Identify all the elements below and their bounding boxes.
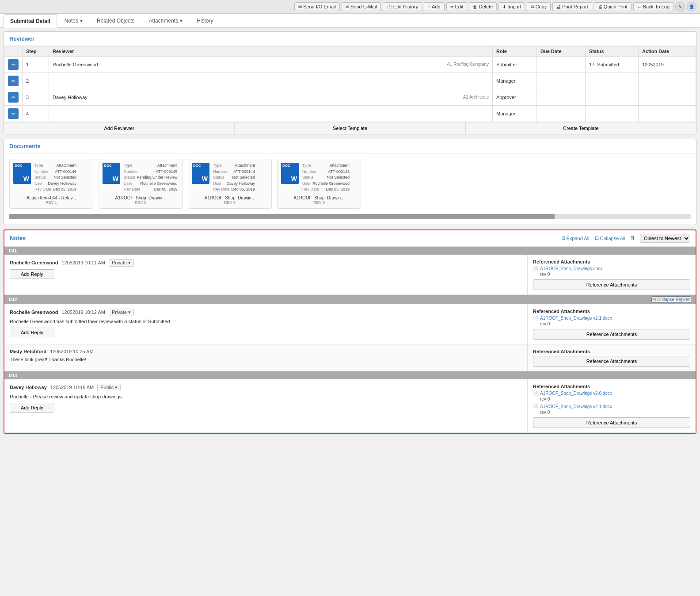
expand-all-button[interactable]: ⊞ Expand All [561,235,590,241]
row3-step: 3 [23,89,49,106]
collapse-all-button[interactable]: ⊟ Collapse All [595,235,625,241]
trash-icon: 🗑 [473,4,477,9]
add-reply-button-003[interactable]: Add Reply [10,403,54,413]
row2-reviewer [49,73,493,89]
doc-card-3[interactable]: DOC TypeAttachment NumberATT-000143 Stat… [277,159,361,209]
copy-button[interactable]: ⧉ Copy [527,2,551,11]
edit-button[interactable]: ✏ Edit [446,2,468,11]
edit-history-button[interactable]: 🕐 Edit History [383,2,422,11]
col-reviewer: Reviewer [49,46,493,57]
privacy-dropdown-003[interactable]: Public ▾ [97,384,121,391]
row3-edit-button[interactable]: ✏ [8,92,19,103]
row4-role: Manager [493,106,537,122]
notes-controls: ⊞ Expand All ⊟ Collapse All ⇅ Oldest to … [561,234,690,243]
note-bar-003: 003 [4,371,696,379]
add-reply-button-002[interactable]: Add Reply [10,328,54,337]
doc-meta-2: TypeAttachment NumberATT-000144 StatusNo… [213,163,255,193]
row4-edit-button[interactable]: ✏ [8,108,19,119]
edit-profile-icon[interactable]: ✎ [675,2,685,11]
note-text-003: Rochelle - Please review and update shop… [10,394,522,399]
add-reply-button-001[interactable]: Add Reply [10,269,54,279]
sort-dropdown[interactable]: Oldest to Newest [640,234,690,243]
minus-icon: ⊟ [652,297,656,302]
doc-name-2: A1ROOF_Shop_Drawin... REV 0 [192,195,268,205]
main-content: Reviewer Step Reviewer Role Due Date Sta… [0,28,700,442]
doc-icon-0: DOC [13,163,31,184]
ref-link-2-0[interactable]: 📄 A1ROOF_Shop_Drawings v2.0.docx [533,391,690,396]
print-report-button[interactable]: 🖨 Print Report [552,2,592,11]
tab-bar: Submittal Detail Notes ▾ Related Objects… [0,14,700,28]
notes-header: Notes ⊞ Expand All ⊟ Collapse All ⇅ Olde… [4,230,696,247]
privacy-dropdown-001[interactable]: Private ▾ [109,259,134,267]
tab-history[interactable]: History [190,14,220,27]
table-row: ✏ 4 Manager [4,106,696,122]
import-button[interactable]: ⬇ Import [498,2,525,11]
doc-card-0[interactable]: DOC TypeAttachment NumberATT-000146 Stat… [9,159,93,209]
tab-submittal-detail[interactable]: Submittal Detail [4,14,57,28]
row4-reviewer [49,106,493,122]
reviewer-btn-row: Add Reviewer Select Template Create Temp… [4,122,696,134]
send-io-email-button[interactable]: ✉ Send I/O Email [294,2,340,11]
doc-icon-2: DOC [192,163,209,184]
user-account-icon[interactable]: 👤 [687,2,696,11]
ref-attach-button-002[interactable]: Reference Attachments [533,329,690,340]
ref-link-0-0[interactable]: 📄 A1ROOF_Shop_Drawings.docx [533,266,690,271]
ref-link-2-1[interactable]: 📄 A1ROOF_Shop_Drawings v2.1.docx [533,404,690,409]
file-icon: 📄 [533,404,538,409]
row1-role: Submitter [493,57,537,73]
row3-status [586,89,639,106]
row1-step: 1 [23,57,49,73]
add-button[interactable]: + Add [424,2,444,11]
note-left-003: Davey Holloway 12052019 10:16 AM Public … [4,379,528,432]
horizontal-scrollbar[interactable] [9,214,691,219]
ref-attach-button-001[interactable]: Reference Attachments [533,279,690,290]
send-email-button[interactable]: ✉ Send E-Mail [342,2,381,11]
row2-edit-button[interactable]: ✏ [8,76,19,86]
note-bar-001: 001 [4,247,696,255]
row4-due-date [537,106,586,122]
ref-attach-button-003[interactable]: Reference Attachments [533,417,690,428]
documents-scroll-area[interactable]: DOC TypeAttachment NumberATT-000146 Stat… [4,153,696,214]
note-group-002: 002 ⊟ Collapse Replies Rochelle Greenwoo… [4,295,696,371]
delete-button[interactable]: 🗑 Delete [469,2,497,11]
printer-icon: 🖨 [556,4,561,9]
row2-due-date [537,73,586,89]
ref-link-1-0[interactable]: 📄 A1ROOF_Shop_Drawings v2.1.docx [533,316,690,321]
table-row: ✏ 2 Manager [4,73,696,89]
reply-ref-attach-button-002-0[interactable]: Reference Attachments [533,356,690,367]
table-row: ✏ 3 Davey Holloway A1 Architects Approve… [4,89,696,106]
row4-step: 4 [23,106,49,122]
row2-step: 2 [23,73,49,89]
file-icon: 📄 [533,316,538,321]
quick-print-icon: 🖨 [598,4,602,9]
create-template-button[interactable]: Create Template [466,122,696,134]
tab-attachments[interactable]: Attachments ▾ [142,14,189,27]
note-left-001: Rochelle Greenwood 12052019 10:11 AM Pri… [4,255,528,294]
note-content-002: Rochelle Greenwood 12052019 10:12 AM Pri… [4,304,696,344]
note-group-003: 003 Davey Holloway 12052019 10:16 AM Pub… [4,371,696,433]
col-edit [4,46,23,57]
reply-text-002-0: These look great! Thanks Rochelle! [10,357,522,362]
doc-card-2[interactable]: DOC TypeAttachment NumberATT-000144 Stat… [188,159,272,209]
privacy-dropdown-002[interactable]: Private ▾ [109,309,134,316]
doc-meta-1: TypeAttachment NumberATT-000145 StatusPe… [124,163,178,193]
add-reviewer-button[interactable]: Add Reviewer [4,122,235,134]
select-template-button[interactable]: Select Template [235,122,465,134]
documents-inner: DOC TypeAttachment NumberATT-000146 Stat… [9,159,691,209]
expand-icon: ⊞ [561,235,565,241]
copy-icon: ⧉ [531,4,534,9]
doc-name-3: A1ROOF_Shop_Drawin... REV 0 [281,195,357,205]
tab-notes[interactable]: Notes ▾ [58,14,89,27]
row2-status [586,73,639,89]
back-to-log-button[interactable]: ← Back To Log [633,2,673,11]
top-toolbar: ✉ Send I/O Email ✉ Send E-Mail 🕐 Edit Hi… [0,0,700,14]
scroll-thumb [9,214,555,219]
doc-card-1[interactable]: DOC TypeAttachment NumberATT-000145 Stat… [99,159,183,209]
quick-print-button[interactable]: 🖨 Quick Print [594,2,632,11]
row3-reviewer: Davey Holloway A1 Architects [49,89,493,106]
tab-related-objects[interactable]: Related Objects [90,14,141,27]
note-bar-002: 002 ⊟ Collapse Replies [4,295,696,304]
row1-edit-button[interactable]: ✏ [8,59,19,70]
notes-section: Notes ⊞ Expand All ⊟ Collapse All ⇅ Olde… [4,229,696,434]
collapse-replies-button-002[interactable]: ⊟ Collapse Replies [651,296,691,303]
